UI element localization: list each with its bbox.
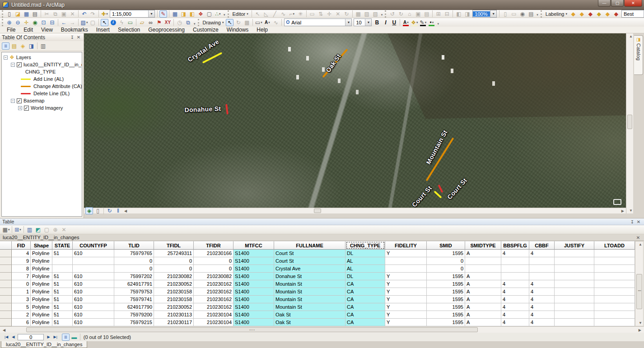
cell-mtfcc[interactable]: S1400 <box>233 265 274 273</box>
cell-chng_type[interactable]: DL <box>345 250 385 257</box>
catalog-side-tab[interactable]: ◨ Catalog <box>634 35 643 75</box>
cell-state[interactable]: 51 <box>52 280 73 288</box>
cell-tlid[interactable]: 0 <box>114 265 154 273</box>
split-tool-icon[interactable]: ✕ <box>334 10 342 18</box>
table-row[interactable]: 1Polyline5161075979753210230158210230162… <box>0 288 635 296</box>
column-header-chng_type[interactable]: CHNG_TYPE <box>345 241 385 250</box>
cell-cbbf[interactable] <box>529 265 555 273</box>
font-size-combo[interactable]: 10▼ <box>354 19 372 26</box>
cell-fid[interactable]: 4 <box>12 250 31 257</box>
cell-fidelity[interactable]: Y <box>385 280 427 288</box>
cell-tlid[interactable]: 0 <box>114 257 154 265</box>
editor-menu[interactable]: Editor▾ <box>231 11 250 17</box>
show-all-records-icon[interactable]: ≡ <box>62 334 70 341</box>
layer-expand-box[interactable]: − <box>11 63 15 67</box>
cell-tlid[interactable]: 624917790 <box>114 303 154 311</box>
cell-smidtype[interactable]: A <box>465 303 501 311</box>
toolbar-overflow-icon[interactable]: ▾ <box>537 13 538 18</box>
layout-zoom-out-icon[interactable]: ◨ <box>463 10 471 18</box>
map-vscroll[interactable]: ▲ ▼ <box>626 33 633 213</box>
edit-tool-icon[interactable]: ↖ <box>254 10 261 18</box>
rotate-element-icon[interactable]: ↻ <box>234 19 242 26</box>
cell-fullname[interactable]: Mountain St <box>274 296 345 303</box>
cell-fidelity[interactable]: Y <box>385 273 427 280</box>
trace-tool-icon[interactable]: ↻ <box>343 10 350 18</box>
cell-tlid[interactable]: 75979753 <box>114 288 154 296</box>
row-selector[interactable] <box>0 319 12 326</box>
toolbar-overflow-icon[interactable]: ▾ <box>381 13 383 18</box>
drawing-select-icon[interactable]: ↖ <box>226 19 233 26</box>
minimize-button[interactable]: — <box>598 0 611 7</box>
cell-ltoadd[interactable] <box>594 311 635 319</box>
cell-fid[interactable]: 7 <box>12 273 31 280</box>
cell-mtfcc[interactable]: S1400 <box>233 296 274 303</box>
table-row[interactable]: 9Polyline000S1400Court StAL0 <box>0 257 635 265</box>
cell-smid[interactable]: 1595 <box>427 250 465 257</box>
toolbar-grip[interactable] <box>198 19 199 26</box>
cell-fullname[interactable]: Court St <box>274 257 345 265</box>
delete-selected-icon[interactable]: ✕ <box>60 226 68 233</box>
undo-icon[interactable]: ↶ <box>80 10 88 18</box>
cell-ltoadd[interactable] <box>594 296 635 303</box>
cell-tfidl[interactable]: 210230158 <box>154 288 194 296</box>
line-color-icon[interactable]: ✎▾ <box>419 19 427 26</box>
cell-mtfcc[interactable]: S1400 <box>233 303 274 311</box>
table-row[interactable]: 2Polyline5161075979200210230113210230104… <box>0 311 635 319</box>
cell-fidelity[interactable]: Y <box>385 311 427 319</box>
text-tool-icon[interactable]: A▾ <box>263 19 271 26</box>
find-icon[interactable]: ∞ <box>147 19 154 26</box>
show-selected-records-icon[interactable]: ▬ <box>70 334 78 341</box>
cell-fullname[interactable]: Mountain St <box>274 280 345 288</box>
cell-justify[interactable] <box>555 257 594 265</box>
cell-cbbf[interactable]: 4 <box>529 303 555 311</box>
table-row[interactable]: 0Polyline5161062491779121023005221023016… <box>0 280 635 288</box>
cell-justify[interactable] <box>555 296 594 303</box>
cell-tfidr[interactable]: 210230082 <box>194 273 233 280</box>
cell-cbbf[interactable] <box>529 273 555 280</box>
cell-mtfcc[interactable]: S1400 <box>233 319 274 326</box>
cell-mtfcc[interactable]: S1400 <box>233 311 274 319</box>
fixed-zoom-out-icon[interactable]: ⊟ <box>48 19 56 26</box>
cell-justify[interactable] <box>555 303 594 311</box>
cell-countyfp[interactable] <box>73 257 114 265</box>
world-imagery-expand-box[interactable]: + <box>18 106 22 110</box>
menu-item-file[interactable]: File <box>3 27 19 33</box>
column-header-ltoadd[interactable]: LTOADD <box>594 241 635 250</box>
cell-justify[interactable] <box>555 280 594 288</box>
cell-tlid[interactable]: 75979741 <box>114 296 154 303</box>
toc-options-icon[interactable]: ▥ <box>39 42 47 50</box>
cell-ltoadd[interactable] <box>594 280 635 288</box>
cell-tfidr[interactable]: 210230162 <box>194 296 233 303</box>
cell-cbbf[interactable]: 4 <box>529 288 555 296</box>
cell-fid[interactable]: 3 <box>12 296 31 303</box>
cell-countyfp[interactable] <box>73 265 114 273</box>
identify-icon[interactable]: i <box>109 19 117 26</box>
drawing-menu[interactable]: Drawing▾ <box>201 20 226 25</box>
label-priority-icon[interactable]: ◆ <box>578 10 586 18</box>
edit-annotation-icon[interactable]: ◺ <box>262 10 270 18</box>
toolbar-overflow-icon[interactable]: ▾ <box>437 22 439 27</box>
zoom-page-width-icon[interactable]: ▭ <box>510 10 518 18</box>
world-imagery-checkbox[interactable]: ✓ <box>24 106 29 111</box>
cell-shape[interactable]: Polyline <box>31 257 52 265</box>
map-hscroll-left-arrow[interactable]: ◀ <box>122 209 129 213</box>
print-icon[interactable]: ▤ <box>31 10 39 18</box>
cell-chng_type[interactable]: CA <box>345 311 385 319</box>
column-header-smidtype[interactable]: SMIDTYPE <box>465 241 501 250</box>
edit-sketch-icon[interactable]: ✎ <box>159 10 167 18</box>
cell-tlid[interactable]: 624917791 <box>114 280 154 288</box>
layout-zoom-in-icon[interactable]: ◧ <box>455 10 462 18</box>
cell-countyfp[interactable]: 610 <box>73 319 114 326</box>
map-vscroll-thumb[interactable] <box>627 115 632 129</box>
cell-fid[interactable]: 8 <box>12 265 31 273</box>
measure-icon[interactable]: ▱ <box>138 19 146 26</box>
cell-smidtype[interactable]: A <box>465 296 501 303</box>
cell-shape[interactable]: Polyline <box>31 303 52 311</box>
column-header-bbspflg[interactable]: BBSPFLG <box>501 241 529 250</box>
column-header-tfidr[interactable]: TFIDR <box>194 241 233 250</box>
bold-icon[interactable]: B <box>373 19 381 26</box>
cell-bbspflg[interactable]: 4 <box>501 296 529 303</box>
restore-button[interactable]: ▢ <box>611 0 624 7</box>
cell-cbbf[interactable]: 4 <box>529 280 555 288</box>
cell-smidtype[interactable]: A <box>465 250 501 257</box>
